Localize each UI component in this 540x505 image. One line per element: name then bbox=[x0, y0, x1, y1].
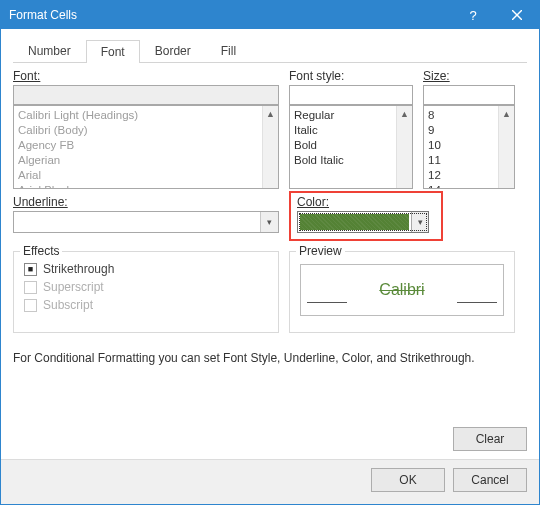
list-item[interactable]: Calibri (Body) bbox=[18, 123, 274, 138]
cancel-button[interactable]: Cancel bbox=[453, 468, 527, 492]
info-note: For Conditional Formatting you can set F… bbox=[13, 351, 527, 365]
style-column: Font style: Regular Italic Bold Bold Ita… bbox=[289, 69, 413, 189]
size-listbox[interactable]: 8 9 10 11 12 14 ▲ bbox=[423, 105, 515, 189]
font-input[interactable] bbox=[13, 85, 279, 105]
tab-fill[interactable]: Fill bbox=[206, 39, 251, 62]
tab-bar: Number Font Border Fill bbox=[13, 39, 527, 63]
color-swatch bbox=[300, 214, 409, 230]
list-item[interactable]: Agency FB bbox=[18, 138, 274, 153]
preview-sample: Calibri bbox=[379, 281, 424, 299]
scroll-up-icon[interactable]: ▲ bbox=[397, 106, 412, 122]
tab-border[interactable]: Border bbox=[140, 39, 206, 62]
size-column: Size: 8 9 10 11 12 14 ▲ bbox=[423, 69, 515, 189]
style-input[interactable] bbox=[289, 85, 413, 105]
format-cells-dialog: Format Cells ? Number Font Border Fill F… bbox=[0, 0, 540, 505]
list-item[interactable]: Regular bbox=[294, 108, 408, 123]
help-button[interactable]: ? bbox=[451, 1, 495, 29]
size-label: Size: bbox=[423, 69, 450, 83]
chevron-down-icon[interactable]: ▾ bbox=[411, 212, 428, 232]
font-row: Font: Calibri Light (Headings) Calibri (… bbox=[13, 69, 527, 189]
strikethrough-checkbox[interactable] bbox=[24, 263, 37, 276]
dialog-body: Number Font Border Fill Font: Calibri Li… bbox=[1, 29, 539, 459]
preview-box: Calibri bbox=[300, 264, 504, 316]
list-item[interactable]: Algerian bbox=[18, 153, 274, 168]
color-column: Color: ▾ bbox=[289, 195, 515, 241]
close-icon bbox=[512, 10, 522, 20]
color-combo[interactable]: ▾ bbox=[297, 211, 429, 233]
effects-preview-row: Effects Strikethrough Superscript Subscr… bbox=[13, 251, 527, 333]
tab-font[interactable]: Font bbox=[86, 40, 140, 63]
tab-number[interactable]: Number bbox=[13, 39, 86, 62]
color-label: Color: bbox=[297, 195, 329, 209]
style-listbox[interactable]: Regular Italic Bold Bold Italic ▲ bbox=[289, 105, 413, 189]
clear-button[interactable]: Clear bbox=[453, 427, 527, 451]
superscript-label: Superscript bbox=[43, 280, 104, 294]
superscript-row: Superscript bbox=[24, 280, 268, 294]
scrollbar[interactable]: ▲ bbox=[498, 106, 514, 188]
scrollbar[interactable]: ▲ bbox=[262, 106, 278, 188]
strikethrough-row[interactable]: Strikethrough bbox=[24, 262, 268, 276]
chevron-down-icon[interactable]: ▾ bbox=[260, 212, 278, 232]
list-item[interactable]: Arial Black bbox=[18, 183, 274, 189]
font-listbox[interactable]: Calibri Light (Headings) Calibri (Body) … bbox=[13, 105, 279, 189]
superscript-checkbox bbox=[24, 281, 37, 294]
size-input[interactable] bbox=[423, 85, 515, 105]
list-item[interactable]: Italic bbox=[294, 123, 408, 138]
subscript-label: Subscript bbox=[43, 298, 93, 312]
font-column: Font: Calibri Light (Headings) Calibri (… bbox=[13, 69, 279, 189]
window-title: Format Cells bbox=[9, 8, 451, 22]
scroll-up-icon[interactable]: ▲ bbox=[499, 106, 514, 122]
subscript-checkbox bbox=[24, 299, 37, 312]
list-item[interactable]: Calibri Light (Headings) bbox=[18, 108, 274, 123]
preview-legend: Preview bbox=[296, 244, 345, 258]
subscript-row: Subscript bbox=[24, 298, 268, 312]
close-button[interactable] bbox=[495, 1, 539, 29]
ok-button[interactable]: OK bbox=[371, 468, 445, 492]
underline-column: Underline: ▾ bbox=[13, 195, 279, 241]
underline-label: Underline: bbox=[13, 195, 68, 209]
style-label: Font style: bbox=[289, 69, 344, 83]
font-label: Font: bbox=[13, 69, 40, 83]
color-highlight-box: Color: ▾ bbox=[289, 191, 443, 241]
scroll-up-icon[interactable]: ▲ bbox=[263, 106, 278, 122]
list-item[interactable]: Bold Italic bbox=[294, 153, 408, 168]
effects-group: Effects Strikethrough Superscript Subscr… bbox=[13, 251, 279, 333]
scrollbar[interactable]: ▲ bbox=[396, 106, 412, 188]
list-item[interactable]: Bold bbox=[294, 138, 408, 153]
preview-group: Preview Calibri bbox=[289, 251, 515, 333]
underline-combo[interactable]: ▾ bbox=[13, 211, 279, 233]
dialog-footer: OK Cancel bbox=[1, 459, 539, 504]
effects-legend: Effects bbox=[20, 244, 62, 258]
titlebar: Format Cells ? bbox=[1, 1, 539, 29]
list-item[interactable]: Arial bbox=[18, 168, 274, 183]
underline-color-row: Underline: ▾ Color: ▾ bbox=[13, 195, 527, 241]
strikethrough-label: Strikethrough bbox=[43, 262, 114, 276]
